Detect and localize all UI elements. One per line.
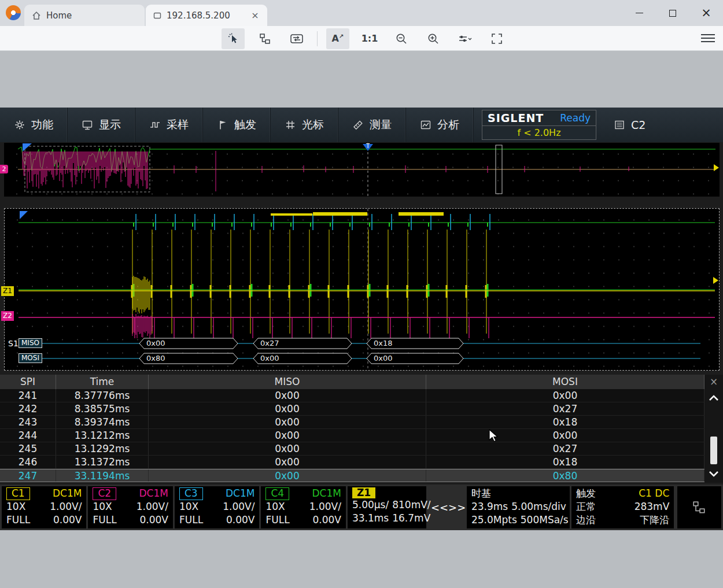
table-row-selected[interactable]: 247 33.1194ms 0x00 0x80 <box>0 469 704 482</box>
cell-mosi: 0x27 <box>426 442 704 455</box>
tool-actual-size-button[interactable]: 1:1 <box>358 28 381 49</box>
tool-zoom-out-button[interactable] <box>390 28 413 49</box>
cell-miso: 0x00 <box>149 469 426 482</box>
bandwidth: FULL <box>179 513 203 527</box>
channel-label: C2 <box>93 487 116 500</box>
tool-select-button[interactable] <box>222 28 245 49</box>
cell-mosi: 0x18 <box>426 456 704 468</box>
gear-icon <box>14 119 25 131</box>
bandwidth: FULL <box>93 513 116 527</box>
channel-box-c2[interactable]: C2DC1M 10X1.00V/ FULL0.00V <box>88 486 172 528</box>
tool-zoom-in-button[interactable] <box>422 28 445 49</box>
trend-overview-plot[interactable]: 2 T <box>4 143 720 197</box>
channel-box-c4[interactable]: C4DC1M 10X1.00V/ FULL0.00V <box>261 486 345 528</box>
tab-device-ip[interactable]: 192.168.5.200 × <box>146 5 267 26</box>
zoom-waveform-plot[interactable]: Z1 Z2 S1 MISO MOSI 0x00 0x27 0x18 0x80 0… <box>4 208 720 371</box>
zoom-box[interactable]: Z1 5.00µs/810mV/ 33.1ms16.7mV <box>348 486 426 528</box>
table-header: SPI Time MISO MOSI <box>0 375 704 389</box>
one-to-one-icon: 1:1 <box>362 33 378 44</box>
cell-mosi: 0x18 <box>426 416 704 428</box>
menu-label: 采样 <box>167 117 189 132</box>
attenuation: 10X <box>93 500 112 513</box>
trigger-mode: 正常 <box>576 500 596 513</box>
scroll-up-button[interactable] <box>704 389 723 406</box>
desktop-background <box>0 530 723 588</box>
table-row[interactable]: 243 8.39374ms 0x00 0x18 <box>0 416 704 429</box>
trigger-position-marker-label: T <box>365 143 371 149</box>
tool-fullscreen-button[interactable] <box>485 28 508 49</box>
tab-close-icon[interactable]: × <box>250 10 260 21</box>
tool-layout-button[interactable] <box>253 28 276 49</box>
channel-label: C4 <box>265 487 289 500</box>
menu-item-measure[interactable]: 测量 <box>338 108 406 142</box>
scope-statusbar: C1DC1M 10X1.00V/ FULL0.00V C2DC1M 10X1.0… <box>0 485 723 530</box>
trigger-source: C1 DC <box>639 487 669 500</box>
browser-titlebar: Home 192.168.5.200 × × <box>0 0 723 26</box>
trigger-frequency: f < 2.0Hz <box>482 125 596 139</box>
table-row[interactable]: 241 8.37776ms 0x00 0x00 <box>0 389 704 402</box>
chevron-down-icon <box>708 470 720 478</box>
menu-item-acquire[interactable]: 采样 <box>135 108 203 142</box>
menu-item-function[interactable]: 功能 <box>0 108 68 142</box>
volt-scale: 1.00V/ <box>137 500 168 513</box>
trigger-box[interactable]: 触发C1 DC 正常283mV 边沿下降沿 <box>571 486 674 528</box>
cell-miso: 0x00 <box>149 456 426 468</box>
zoom1-level-marker[interactable]: Z1 <box>1 286 14 296</box>
channel-box-c1[interactable]: C1DC1M 10X1.00V/ FULL0.00V <box>2 486 86 528</box>
maximize-button[interactable] <box>656 0 689 26</box>
bus-value: 0x18 <box>374 339 393 348</box>
zoom-label: Z1 <box>352 487 375 498</box>
zoom-voffset: 16.7mV <box>392 512 430 525</box>
cell-miso: 0x00 <box>149 429 426 442</box>
tool-fontsize-button[interactable]: A↗ <box>326 28 349 49</box>
cell-time: 13.1212ms <box>56 429 149 442</box>
trigger-flag-icon <box>217 119 228 131</box>
bus-value: 0x27 <box>260 339 279 348</box>
zoom-next-button[interactable]: >> <box>448 501 466 513</box>
display-icon <box>82 119 93 131</box>
network-status-button[interactable] <box>677 486 721 528</box>
table-row[interactable]: 244 13.1212ms 0x00 0x00 <box>0 429 704 442</box>
tab-home[interactable]: Home <box>24 5 145 26</box>
menu-hamburger-button[interactable] <box>701 31 715 45</box>
offset: 0.00V <box>312 513 341 527</box>
oscilloscope-app: 功能 显示 采样 触发 光标 <box>0 108 723 530</box>
channel-box-c3[interactable]: C3DC1M 10X1.00V/ FULL0.00V <box>175 486 259 528</box>
menu-item-analysis[interactable]: 分析 <box>406 108 474 142</box>
minimize-icon <box>636 13 643 14</box>
mouse-cursor <box>489 429 499 443</box>
minimize-button[interactable] <box>622 0 656 26</box>
table-scrollbar[interactable]: × <box>704 375 723 483</box>
timebase-box[interactable]: 时基 23.9ms5.00ms/div 25.0Mpts500MSa/s <box>467 486 570 528</box>
zoom-in-icon <box>427 32 440 45</box>
table-row[interactable]: 246 13.1372ms 0x00 0x18 <box>0 456 704 469</box>
cell-mosi: 0x80 <box>426 469 704 482</box>
volt-scale: 1.00V/ <box>223 500 254 513</box>
cell-index: 244 <box>0 429 56 442</box>
table-close-icon[interactable]: × <box>710 375 718 389</box>
chevron-up-icon <box>708 394 720 402</box>
scroll-down-button[interactable] <box>704 465 723 483</box>
close-button[interactable]: × <box>689 0 723 26</box>
table-row[interactable]: 245 13.1292ms 0x00 0x27 <box>0 442 704 456</box>
cell-miso: 0x00 <box>149 389 426 402</box>
scrollbar-thumb[interactable] <box>710 437 717 464</box>
bandwidth: FULL <box>265 513 289 527</box>
channel2-position-marker[interactable]: 2 <box>0 165 8 173</box>
menu-item-cursor[interactable]: 光标 <box>271 108 338 142</box>
scrollbar-track[interactable] <box>704 406 723 465</box>
active-channel-indicator[interactable]: C2 <box>614 108 645 142</box>
tool-swap-button[interactable] <box>285 28 308 49</box>
zoom-prev-button[interactable]: << <box>431 501 448 513</box>
zoom-out-icon <box>395 32 408 45</box>
tool-settings-button[interactable] <box>453 28 477 49</box>
zoom2-level-marker[interactable]: Z2 <box>1 311 14 321</box>
trigger-type: 边沿 <box>576 513 596 527</box>
home-icon <box>31 10 42 21</box>
zoom-hscale: 5.00µs/ <box>352 498 389 512</box>
menu-item-trigger[interactable]: 触发 <box>203 108 271 142</box>
browser-toolbar: A↗ 1:1 <box>0 26 723 51</box>
channel-label: C1 <box>6 487 30 500</box>
table-row[interactable]: 242 8.38575ms 0x00 0x27 <box>0 402 704 416</box>
menu-item-display[interactable]: 显示 <box>68 108 135 142</box>
